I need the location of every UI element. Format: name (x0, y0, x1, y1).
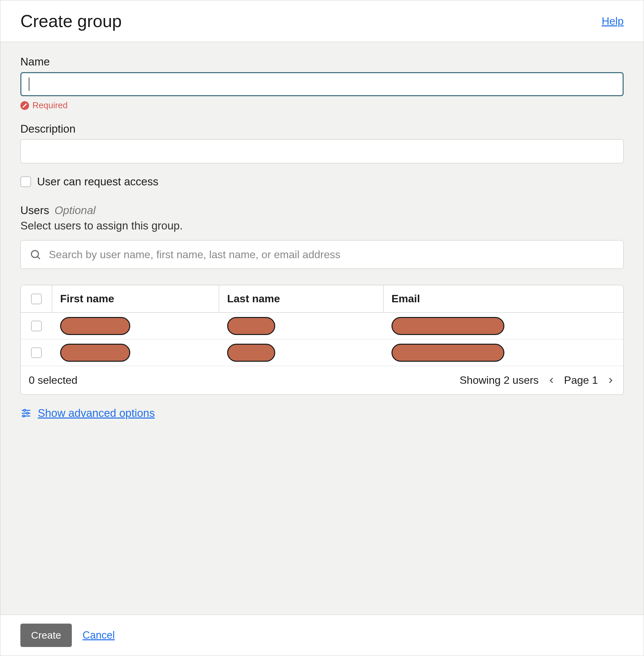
page-title: Create group (20, 11, 122, 31)
redacted-email (391, 317, 504, 335)
text-cursor (29, 77, 29, 91)
redacted-first-name (60, 317, 130, 335)
table-row (21, 339, 623, 366)
users-section-title: Users (20, 204, 49, 217)
cancel-link[interactable]: Cancel (83, 629, 115, 641)
request-access-label: User can request access (37, 175, 158, 188)
row-checkbox[interactable] (31, 347, 42, 358)
error-icon (20, 101, 29, 110)
users-optional-label: Optional (54, 204, 95, 217)
description-label: Description (20, 123, 624, 135)
svg-point-3 (24, 409, 26, 412)
help-link[interactable]: Help (602, 15, 624, 27)
table-header: First name Last name Email (21, 285, 623, 313)
svg-point-0 (31, 251, 39, 258)
col-email: Email (384, 285, 623, 312)
chevron-right-icon (606, 376, 615, 385)
select-all-checkbox[interactable] (31, 294, 42, 304)
chevron-left-icon (547, 376, 556, 385)
redacted-last-name (227, 317, 275, 335)
table-row (21, 313, 623, 339)
showing-count: Showing 2 users (460, 374, 539, 386)
users-section-description: Select users to assign this group. (20, 219, 624, 232)
selected-count: 0 selected (29, 374, 77, 386)
prev-page-button[interactable] (547, 376, 556, 385)
request-access-checkbox[interactable] (20, 177, 31, 187)
user-search-wrap[interactable] (20, 240, 624, 269)
redacted-first-name (60, 344, 130, 362)
description-input[interactable] (20, 139, 624, 163)
next-page-button[interactable] (606, 376, 615, 385)
search-icon (29, 249, 41, 260)
row-checkbox[interactable] (31, 321, 42, 331)
users-table: First name Last name Email (20, 285, 624, 395)
svg-line-1 (38, 257, 40, 259)
sliders-icon (20, 407, 32, 419)
svg-point-7 (23, 415, 25, 417)
redacted-last-name (227, 344, 275, 362)
col-first-name: First name (52, 285, 219, 312)
name-error-text: Required (32, 100, 68, 111)
show-advanced-link[interactable]: Show advanced options (38, 407, 155, 420)
create-button[interactable]: Create (20, 624, 72, 647)
svg-point-5 (26, 412, 28, 414)
page-indicator: Page 1 (564, 374, 598, 386)
redacted-email (391, 344, 504, 362)
user-search-input[interactable] (49, 249, 615, 261)
name-input[interactable] (20, 72, 624, 96)
name-label: Name (20, 55, 624, 68)
col-last-name: Last name (219, 285, 384, 312)
